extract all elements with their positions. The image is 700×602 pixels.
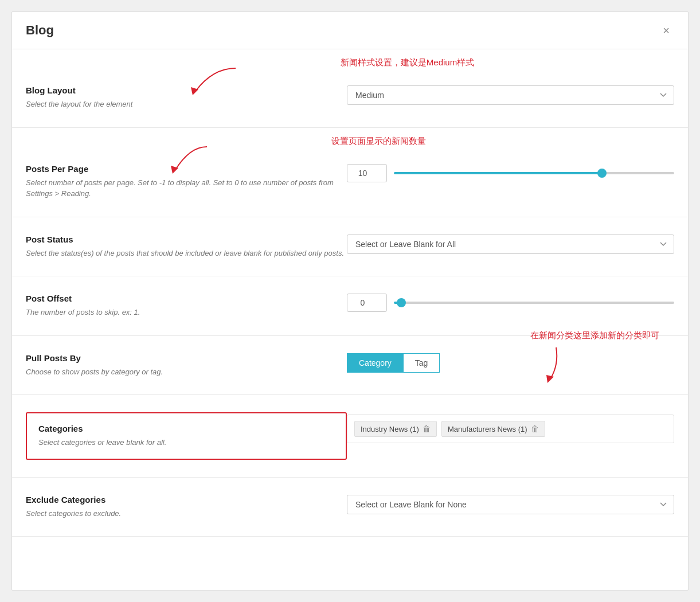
modal-title: Blog [26,23,54,38]
post-offset-label: Post Offset [26,294,347,303]
post-offset-slider[interactable] [394,302,674,304]
chip-industry-delete[interactable]: 🗑 [423,424,431,433]
category-button[interactable]: Category [347,353,404,373]
pull-posts-btn-group: Category Tag [347,353,440,373]
post-status-right: Select or Leave Blank for All [347,234,674,254]
posts-per-page-slider[interactable] [394,172,674,174]
close-button[interactable]: × [658,22,674,38]
tag-button[interactable]: Tag [404,353,440,373]
blog-layout-label: Blog Layout [26,85,347,95]
exclude-categories-left: Exclude Categories Select categories to … [26,495,347,519]
posts-per-page-desc: Select number of posts per page. Set to … [26,177,347,200]
svg-marker-2 [546,375,554,383]
posts-annotation: 设置页面显示的新闻数量 [331,136,426,147]
posts-per-page-section: Posts Per Page Select number of posts pe… [12,147,688,217]
post-offset-right [347,294,674,312]
categories-left: Categories Select categories or leave bl… [26,412,347,460]
blog-modal: Blog × 新闻样式设置，建议是Medium样式 Blog Layout Se… [11,11,689,591]
chip-manufacturers-text: Manufacturers News (1) [448,425,527,433]
post-status-left: Post Status Select the status(es) of the… [26,234,347,259]
blog-layout-desc: Select the layout for the element [26,99,347,110]
pull-posts-left: Pull Posts By Choose to show posts by ca… [26,353,347,378]
post-status-select[interactable]: Select or Leave Blank for All [347,234,674,254]
post-status-label: Post Status [26,234,347,244]
exclude-categories-select[interactable]: Select or Leave Blank for None [347,495,674,514]
layout-annotation: 新闻样式设置，建议是Medium样式 [341,57,474,68]
blog-layout-select[interactable]: Medium Large Small Grid [347,85,674,105]
post-status-section: Post Status Select the status(es) of the… [12,217,688,277]
blog-layout-left: Blog Layout Select the layout for the el… [26,85,347,110]
pull-posts-desc: Choose to show posts by category or tag. [26,366,347,378]
post-offset-section: Post Offset The number of posts to skip.… [12,276,688,336]
category-chip-industry: Industry News (1) 🗑 [354,421,437,437]
exclude-categories-right: Select or Leave Blank for None [347,495,674,514]
exclude-categories-label: Exclude Categories [26,495,347,505]
chip-manufacturers-delete[interactable]: 🗑 [531,424,539,433]
post-status-desc: Select the status(es) of the posts that … [26,248,347,259]
posts-per-page-label: Posts Per Page [26,164,347,174]
pull-posts-right: Category Tag [347,353,674,373]
chip-industry-text: Industry News (1) [361,425,419,433]
exclude-categories-desc: Select categories to exclude. [26,508,347,519]
post-offset-input[interactable] [347,294,387,312]
categories-desc: Select categories or leave blank for all… [38,437,334,448]
posts-per-page-left: Posts Per Page Select number of posts pe… [26,164,347,200]
post-offset-left: Post Offset The number of posts to skip.… [26,294,347,318]
categories-right: Industry News (1) 🗑 Manufacturers News (… [347,412,674,443]
pull-posts-label: Pull Posts By [26,353,347,363]
category-chip-manufacturers: Manufacturers News (1) 🗑 [441,421,545,437]
pull-posts-section: 在新闻分类这里添加新的分类即可 Pull Posts By Choose to … [12,336,688,396]
posts-per-page-right [347,164,674,182]
post-offset-desc: The number of posts to skip. ex: 1. [26,307,347,318]
blog-layout-right: Medium Large Small Grid [347,85,674,105]
post-offset-slider-container [394,302,674,304]
posts-per-page-input[interactable] [347,164,387,182]
categories-label: Categories [38,424,334,433]
modal-header: Blog × [12,12,688,49]
categories-section: Categories Select categories or leave bl… [12,395,688,478]
blog-layout-section: Blog Layout Select the layout for the el… [12,68,688,128]
exclude-categories-section: Exclude Categories Select categories to … [12,478,688,537]
categories-chips-container[interactable]: Industry News (1) 🗑 Manufacturers News (… [347,415,674,443]
posts-per-page-slider-container [394,172,674,174]
